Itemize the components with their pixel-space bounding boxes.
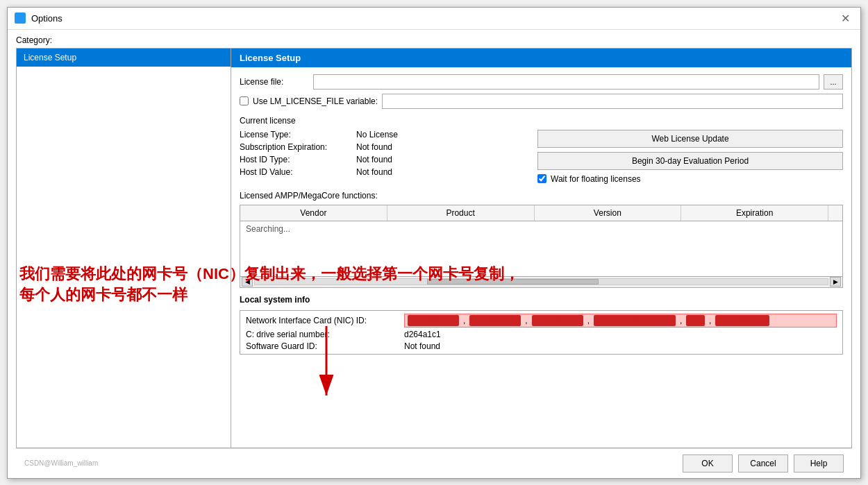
sidebar-item-license-setup[interactable]: License Setup	[17, 49, 231, 67]
table-body: Searching...	[240, 221, 842, 276]
license-file-row: License file: ...	[240, 74, 843, 90]
license-type-key: License Type:	[240, 130, 351, 139]
host-id-val-key: Host ID Value:	[240, 167, 351, 177]
subscription-key: Subscription Expiration:	[240, 142, 351, 152]
subscription-val: Not found	[356, 142, 392, 152]
functions-label: Licensed AMPP/MegaCore functions:	[240, 191, 843, 201]
drive-row: C: drive serial number: d264a1c1	[246, 330, 837, 339]
th-vendor: Vendor	[240, 205, 387, 221]
browse-button[interactable]: ...	[824, 74, 843, 90]
license-info-right: Web License Update Begin 30-day Evaluati…	[537, 130, 843, 184]
ok-button[interactable]: OK	[683, 454, 733, 473]
sidebar: License Setup	[16, 48, 231, 448]
scroll-right-button[interactable]: ▶	[830, 277, 841, 287]
drive-val: d264a1c1	[404, 330, 837, 339]
options-dialog: Options ✕ Category: License Setup Licens…	[7, 7, 861, 479]
th-extra	[828, 205, 842, 221]
th-version: Version	[535, 205, 682, 221]
guard-val: Not found	[404, 341, 837, 351]
nic-seg2: xxx	[469, 315, 521, 326]
nic-seg6: xxx	[715, 315, 769, 326]
title-bar: Options ✕	[8, 8, 860, 30]
license-type-val: No License	[356, 130, 398, 139]
cancel-button[interactable]: Cancel	[738, 454, 788, 473]
use-lm-checkbox[interactable]	[240, 96, 249, 105]
content-panel: License Setup License file: ... Use LM_L…	[231, 48, 852, 448]
watermark-text: CSDN@William_william	[24, 459, 98, 467]
guard-key: Software Guard ID:	[246, 341, 399, 351]
close-button[interactable]: ✕	[837, 10, 853, 26]
nic-value: xxx , xxx , xxx , xxx , 7 ,	[404, 314, 837, 327]
license-file-input[interactable]	[313, 74, 819, 90]
category-label: Category:	[16, 35, 852, 45]
searching-text: Searching...	[246, 224, 290, 234]
app-icon	[15, 12, 26, 24]
wait-float-checkbox[interactable]	[537, 174, 546, 183]
nic-row: Network Interface Card (NIC) ID: xxx , x…	[246, 314, 837, 327]
scroll-thumb[interactable]	[427, 279, 599, 284]
functions-table: Vendor Product Version Expiration Search…	[240, 205, 843, 288]
nic-seg3: xxx	[532, 315, 583, 326]
use-lm-row: Use LM_LICENSE_FILE variable:	[240, 94, 843, 109]
nic-seg5: 7	[686, 315, 705, 326]
use-lm-label: Use LM_LICENSE_FILE variable:	[253, 96, 378, 106]
content-inner: License file: ... Use LM_LICENSE_FILE va…	[231, 67, 851, 448]
host-id-val-row: Host ID Value: Not found	[240, 167, 526, 177]
begin-eval-button[interactable]: Begin 30-day Evaluation Period	[537, 152, 843, 170]
horizontal-scrollbar[interactable]: ◀ ▶	[240, 276, 842, 287]
local-info-table: Network Interface Card (NIC) ID: xxx , x…	[240, 310, 843, 355]
dialog-title: Options	[31, 13, 837, 24]
nic-key: Network Interface Card (NIC) ID:	[246, 316, 399, 325]
dialog-body: Category: License Setup License Setup Li…	[8, 30, 860, 478]
host-id-val-val: Not found	[356, 167, 392, 177]
help-button[interactable]: Help	[794, 454, 844, 473]
license-file-label: License file:	[240, 77, 309, 87]
current-license-label: Current license	[240, 116, 843, 126]
lm-variable-input[interactable]	[382, 94, 843, 109]
scroll-track[interactable]	[254, 278, 828, 285]
wait-float-row: Wait for floating licenses	[537, 174, 843, 184]
host-id-type-row: Host ID Type: Not found	[240, 155, 526, 164]
th-product: Product	[387, 205, 535, 221]
nic-seg4: xxx	[594, 315, 676, 326]
license-type-row: License Type: No License	[240, 130, 526, 139]
subscription-row: Subscription Expiration: Not found	[240, 142, 526, 152]
info-grid: License Type: No License Subscription Ex…	[240, 130, 843, 184]
local-sys-label: Local system info	[240, 295, 843, 305]
table-header: Vendor Product Version Expiration	[240, 205, 842, 221]
dialog-footer: CSDN@William_william OK Cancel Help	[16, 448, 852, 478]
host-id-type-key: Host ID Type:	[240, 155, 351, 164]
main-content: License Setup License Setup License file…	[16, 48, 852, 448]
drive-key: C: drive serial number:	[246, 330, 399, 339]
guard-row: Software Guard ID: Not found	[246, 341, 837, 351]
scroll-left-button[interactable]: ◀	[242, 277, 253, 287]
wait-float-label: Wait for floating licenses	[551, 174, 641, 184]
license-info-left: License Type: No License Subscription Ex…	[240, 130, 526, 184]
host-id-type-val: Not found	[356, 155, 392, 164]
content-header: License Setup	[231, 49, 851, 67]
nic-seg1: xxx	[408, 315, 459, 326]
th-expiration: Expiration	[681, 205, 828, 221]
web-license-button[interactable]: Web License Update	[537, 130, 843, 148]
